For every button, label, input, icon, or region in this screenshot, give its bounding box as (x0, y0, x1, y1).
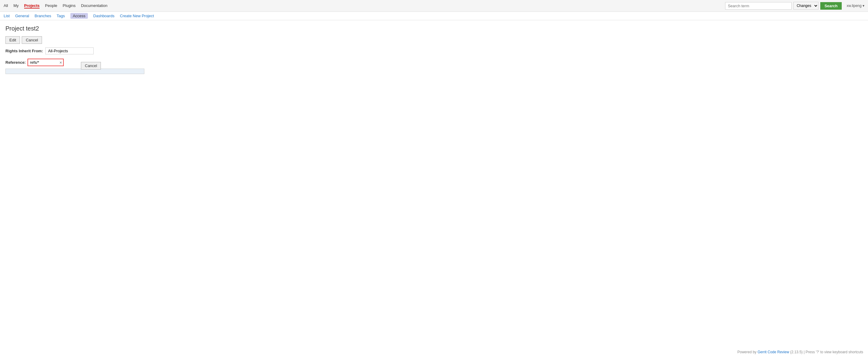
rights-inherit-input[interactable] (45, 48, 94, 54)
subnav-tags[interactable]: Tags (57, 13, 65, 18)
search-input[interactable] (725, 2, 792, 10)
access-section: Add Permission ...Label Code-ReviewLabel… (5, 68, 863, 69)
nav-documentation[interactable]: Documentation (81, 3, 107, 8)
subnav-branches[interactable]: Branches (34, 13, 51, 18)
search-area: Changes Search xw.lipeng ▾ (725, 2, 864, 10)
subnav-dashboards[interactable]: Dashboards (93, 13, 115, 18)
rights-inherit-label: Rights Inherit From: (5, 49, 43, 53)
reference-clear-icon[interactable]: × (60, 60, 62, 65)
subnav-create-project[interactable]: Create New Project (120, 13, 154, 18)
sub-navigation: List General Branches Tags Access Dashbo… (0, 12, 868, 20)
search-button[interactable]: Search (820, 2, 842, 10)
nav-people[interactable]: People (45, 3, 57, 8)
nav-plugins[interactable]: Plugins (63, 3, 76, 8)
cancel-button[interactable]: Cancel (22, 36, 42, 44)
rights-inherit-row: Rights Inherit From: (5, 48, 863, 54)
page-content: Project test2 Edit Cancel Rights Inherit… (0, 20, 868, 74)
form-cancel-button[interactable]: Cancel (81, 62, 101, 69)
nav-all[interactable]: All (4, 3, 8, 8)
page-title: Project test2 (5, 25, 863, 32)
user-menu[interactable]: xw.lipeng ▾ (846, 4, 864, 8)
search-type-select[interactable]: Changes (794, 2, 818, 10)
edit-button[interactable]: Edit (5, 36, 20, 44)
reference-label: Reference: (5, 60, 26, 65)
subnav-list[interactable]: List (4, 13, 10, 18)
top-nav-links: All My Projects People Plugins Documenta… (4, 3, 725, 8)
subnav-general[interactable]: General (15, 13, 29, 18)
reference-input[interactable] (28, 59, 64, 66)
top-navigation: All My Projects People Plugins Documenta… (0, 0, 868, 12)
reference-input-wrapper: × (28, 59, 64, 66)
toolbar: Edit Cancel (5, 36, 863, 44)
form-buttons: Cancel (81, 62, 863, 69)
nav-projects[interactable]: Projects (24, 3, 39, 8)
subnav-access[interactable]: Access (70, 13, 88, 19)
nav-my[interactable]: My (13, 3, 19, 8)
